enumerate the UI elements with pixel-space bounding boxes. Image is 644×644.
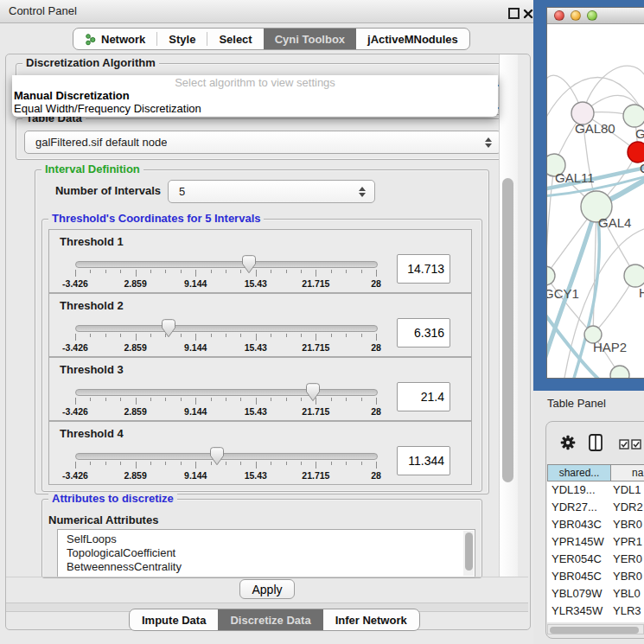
checkbox-icon[interactable] <box>619 437 629 453</box>
table-row[interactable]: YBR045CYBR0 <box>547 568 644 585</box>
gear-icon[interactable] <box>560 435 576 454</box>
float-window-icon[interactable] <box>508 8 520 19</box>
minimize-traffic-light-icon[interactable] <box>571 10 581 21</box>
tab-style[interactable]: Style <box>157 29 207 49</box>
threshold-slider-handle[interactable] <box>242 255 256 274</box>
threshold-slider-handle[interactable] <box>306 383 320 402</box>
cell-name: YDR2 <box>613 499 643 516</box>
tick-mark <box>150 462 151 465</box>
table-horizontal-scrollbar[interactable] <box>547 624 644 634</box>
scale-label: 21.715 <box>302 406 329 417</box>
top-tabbar: Network Style Select Cyni Toolbox jActiv… <box>73 28 470 50</box>
network-node-ga[interactable] <box>623 105 644 127</box>
network-node-label: GAL4 <box>598 215 631 230</box>
table-row[interactable]: YBR043CYBR0 <box>547 516 644 533</box>
close-traffic-light-icon[interactable] <box>554 10 564 21</box>
number-of-intervals-combobox[interactable]: 5 <box>168 180 375 203</box>
tick-mark <box>75 270 76 277</box>
threshold-slider-track[interactable] <box>75 261 378 268</box>
scale-label: 28 <box>371 278 381 289</box>
tick-mark <box>211 398 212 401</box>
tick-mark <box>90 398 91 401</box>
table-row[interactable]: YPR145WYPR1 <box>547 533 644 551</box>
threshold-label: Threshold 1 <box>60 235 124 248</box>
tick-mark <box>195 462 196 469</box>
network-node-gcy1[interactable] <box>547 266 555 285</box>
zoom-traffic-light-icon[interactable] <box>587 10 597 21</box>
table-row[interactable]: YDL19...YDL1 <box>547 481 644 499</box>
tick-mark <box>256 334 257 341</box>
table-row[interactable]: YBL079WYBL0 <box>547 585 644 603</box>
table-row[interactable]: YDR27...YDR2 <box>547 499 644 516</box>
threshold-value-field[interactable] <box>397 318 450 348</box>
tick-mark <box>361 462 362 465</box>
table-body: YDL19...YDL1YDR27...YDR2YBR043CYBR0YPR14… <box>547 481 644 622</box>
tab-impute-data[interactable]: Impute Data <box>130 609 218 630</box>
threshold-value-field[interactable] <box>397 382 450 411</box>
tab-select[interactable]: Select <box>207 29 263 49</box>
table-panel-title: Table Panel <box>547 397 606 410</box>
tab-network[interactable]: Network <box>73 29 156 49</box>
numerical-attributes-list[interactable]: SelfLoopsTopologicalCoefficientBetweenne… <box>57 529 475 578</box>
checkbox-icon[interactable] <box>631 437 641 453</box>
dropdown-option-equal-width-frequency[interactable]: Equal Width/Frequency Discretization <box>12 102 498 115</box>
tab-infer-network[interactable]: Infer Network <box>323 609 419 630</box>
apply-button[interactable]: Apply <box>239 579 295 599</box>
tick-mark <box>90 334 91 337</box>
attribute-list-item[interactable]: BetweennessCentrality <box>67 560 182 574</box>
tick-mark <box>136 462 137 469</box>
threshold-slider-track[interactable] <box>75 453 378 460</box>
dropdown-option-manual-discretization[interactable]: Manual Discretization <box>12 89 498 102</box>
tick-mark <box>181 270 182 273</box>
table-data-combobox-value: galFiltered.sif default node <box>25 136 167 149</box>
table-data-combobox[interactable]: galFiltered.sif default node <box>24 131 501 154</box>
table-row[interactable]: YLR345WYLR3 <box>547 603 644 620</box>
split-columns-icon[interactable] <box>589 434 603 455</box>
threshold-slider-track[interactable] <box>75 389 378 396</box>
close-icon[interactable] <box>523 7 533 22</box>
tab-cyni-toolbox[interactable]: Cyni Toolbox <box>264 29 356 49</box>
tick-mark <box>211 270 212 273</box>
tick-mark <box>105 334 106 337</box>
table-row[interactable]: YIL052CYIL0 <box>547 620 644 622</box>
slider-ticks <box>75 334 376 341</box>
slider-scale-labels: -3.4262.8599.14415.4321.71528 <box>75 342 376 353</box>
tick-mark <box>301 462 302 465</box>
tick-mark <box>316 270 316 277</box>
dropdown-prompt: Select algorithm to view settings <box>12 77 498 89</box>
tick-mark <box>301 398 302 401</box>
network-graph: GAL80GACGAL11GAL4GCY1HHAP2 <box>547 23 644 378</box>
tick-mark <box>256 462 257 469</box>
tick-mark <box>271 334 271 337</box>
tick-mark <box>286 270 287 273</box>
network-node-c[interactable] <box>628 142 644 163</box>
algorithm-dropdown-popup: Select algorithm to view settings Manual… <box>12 75 498 117</box>
table-row[interactable]: YER054CYER0 <box>547 551 644 568</box>
tick-mark <box>286 398 287 401</box>
network-node-h[interactable] <box>624 265 644 287</box>
scale-label: -3.426 <box>62 406 88 417</box>
tab-discretize-data[interactable]: Discretize Data <box>218 609 322 630</box>
threshold-value-field[interactable] <box>397 446 450 475</box>
threshold-slider-track[interactable] <box>75 325 378 332</box>
threshold-list: Threshold 1-3.4262.8599.14415.4321.71528… <box>41 219 481 488</box>
threshold-slider-handle[interactable] <box>162 319 175 338</box>
column-header-shared-name[interactable]: shared... <box>547 464 611 481</box>
attribute-list-item[interactable]: TopologicalCoefficient <box>67 546 175 560</box>
threshold-value-field[interactable] <box>397 254 450 284</box>
attribute-list-item[interactable]: SelfLoops <box>67 532 117 546</box>
column-header-name[interactable]: na <box>611 464 644 481</box>
control-panel-titlebar: Control Panel <box>0 0 536 23</box>
threshold-slider-handle[interactable] <box>210 447 224 466</box>
table-scrollbar-thumb[interactable] <box>550 627 639 634</box>
network-canvas[interactable]: GAL80GACGAL11GAL4GCY1HHAP2 <box>547 23 644 378</box>
panel-scrollbar[interactable] <box>499 54 518 577</box>
tick-mark <box>271 462 271 465</box>
tick-mark <box>120 398 121 401</box>
panel-scrollbar-thumb[interactable] <box>502 178 513 482</box>
tick-mark <box>75 334 76 341</box>
network-node[interactable] <box>610 366 629 378</box>
tab-jactivemnodules[interactable]: jActiveMNodules <box>356 29 469 49</box>
list-scrollbar[interactable] <box>463 531 474 576</box>
threshold-panel-4: Threshold 4-3.4262.8599.14415.4321.71528 <box>48 421 472 485</box>
